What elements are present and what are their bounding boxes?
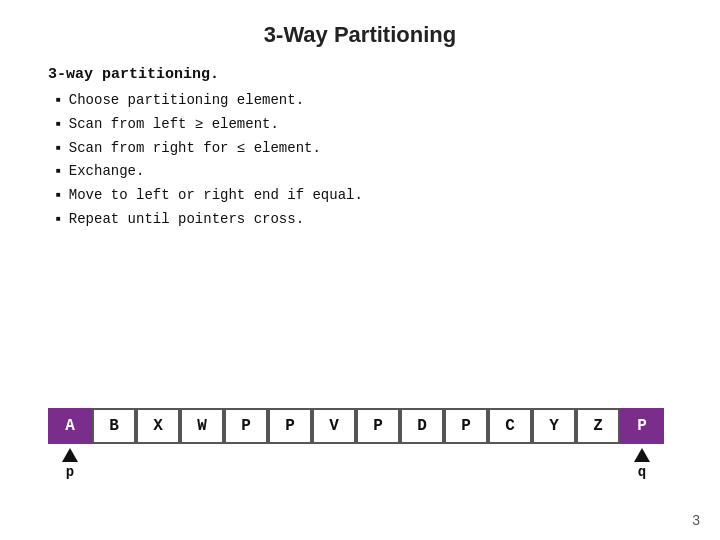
array-cell-8: D [400,408,444,444]
pointer-slot-5 [268,448,312,480]
pointer-slot-10 [488,448,532,480]
pointer-slot-8 [400,448,444,480]
array-cell-12: Z [576,408,620,444]
pointer-slot-9 [444,448,488,480]
bullet-item-5: Repeat until pointers cross. [56,208,672,232]
array-cell-3: W [180,408,224,444]
array-row: ABXWPPVPDPCYZP [48,408,672,444]
array-cell-9: P [444,408,488,444]
content-area: 3-way partitioning. Choose partitioning … [0,66,720,232]
array-cell-6: V [312,408,356,444]
left-arrow-icon [62,448,78,462]
bullet-item-4: Move to left or right end if equal. [56,184,672,208]
right-arrow-icon [634,448,650,462]
bullet-list: Choose partitioning element.Scan from le… [56,89,672,232]
array-cell-0: A [48,408,92,444]
pointer-slot-13: q [620,448,664,480]
array-cell-4: P [224,408,268,444]
page-title: 3-Way Partitioning [0,0,720,66]
right-pointer-label: q [638,464,646,480]
page-number: 3 [692,512,700,528]
array-cell-13: P [620,408,664,444]
pointer-slot-1 [92,448,136,480]
bullet-item-3: Exchange. [56,160,672,184]
pointer-row: pq [48,448,672,480]
array-cell-10: C [488,408,532,444]
bullet-item-0: Choose partitioning element. [56,89,672,113]
pointer-slot-4 [224,448,268,480]
section-heading: 3-way partitioning. [48,66,672,83]
pointer-slot-12 [576,448,620,480]
array-cell-7: P [356,408,400,444]
array-cell-5: P [268,408,312,444]
pointer-slot-3 [180,448,224,480]
pointer-slot-2 [136,448,180,480]
pointer-slot-6 [312,448,356,480]
pointer-slot-7 [356,448,400,480]
array-cell-2: X [136,408,180,444]
left-pointer-label: p [66,464,74,480]
pointer-slot-11 [532,448,576,480]
bullet-item-1: Scan from left ≥ element. [56,113,672,137]
pointer-slot-0: p [48,448,92,480]
array-cell-11: Y [532,408,576,444]
array-cell-1: B [92,408,136,444]
array-section: ABXWPPVPDPCYZP pq [48,408,672,480]
bullet-item-2: Scan from right for ≤ element. [56,137,672,161]
